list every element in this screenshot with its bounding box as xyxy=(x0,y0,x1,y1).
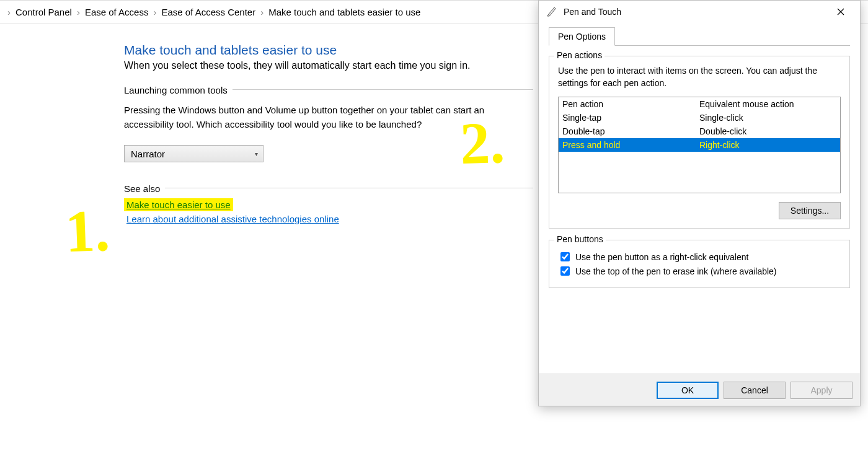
breadcrumb-item[interactable]: Control Panel xyxy=(16,7,72,17)
pen-icon xyxy=(546,6,557,19)
main-content: Make touch and tablets easier to use Whe… xyxy=(0,24,533,224)
column-header: Pen action xyxy=(562,99,699,109)
list-item-selected[interactable]: Press and hold Right-click xyxy=(559,138,840,152)
checkbox-input[interactable] xyxy=(560,252,570,261)
dialog-footer: OK Cancel Apply xyxy=(539,374,860,406)
list-header: Pen action Equivalent mouse action xyxy=(559,97,840,111)
link-assistive-technologies[interactable]: Learn about additional assistive technol… xyxy=(124,212,342,226)
breadcrumb-item[interactable]: Make touch and tablets easier to use xyxy=(268,7,420,17)
group-pen-buttons: Pen buttons Use the pen button as a righ… xyxy=(549,240,850,288)
chevron-right-icon: › xyxy=(74,7,82,17)
chevron-right-icon: › xyxy=(151,7,159,17)
pen-actions-list[interactable]: Pen action Equivalent mouse action Singl… xyxy=(558,97,841,193)
breadcrumb-item[interactable]: Ease of Access Center xyxy=(161,7,255,17)
page-subtitle: When you select these tools, they will a… xyxy=(124,60,533,71)
pen-and-touch-dialog: Pen and Touch Pen Options Pen actions Us… xyxy=(538,0,861,406)
group-title: Pen actions xyxy=(554,50,604,60)
accessibility-tool-dropdown[interactable]: Narrator ▾ xyxy=(124,145,264,162)
list-item[interactable]: Double-tap Double-click xyxy=(559,125,840,138)
section-heading: See also xyxy=(124,183,165,194)
tab-pen-options[interactable]: Pen Options xyxy=(549,27,615,46)
link-make-touch-easier[interactable]: Make touch easier to use xyxy=(124,198,233,211)
page-title: Make touch and tablets easier to use xyxy=(124,43,533,58)
tab-strip: Pen Options xyxy=(549,27,850,46)
close-button[interactable] xyxy=(828,2,854,21)
dialog-title: Pen and Touch xyxy=(564,7,621,17)
breadcrumb-item[interactable]: Ease of Access xyxy=(85,7,149,17)
section-heading: Launching common tools xyxy=(124,85,232,95)
dialog-titlebar: Pen and Touch xyxy=(539,1,860,23)
column-header: Equivalent mouse action xyxy=(699,99,836,109)
section-description: Pressing the Windows button and Volume u… xyxy=(124,103,533,131)
chevron-down-icon: ▾ xyxy=(255,151,258,157)
checkbox-erase-ink[interactable]: Use the top of the pen to erase ink (whe… xyxy=(558,265,841,278)
group-pen-actions: Pen actions Use the pen to interact with… xyxy=(549,56,850,229)
list-item[interactable]: Single-tap Single-click xyxy=(559,111,840,125)
chevron-right-icon: › xyxy=(5,7,13,17)
checkbox-right-click-equivalent[interactable]: Use the pen button as a right-click equi… xyxy=(558,250,841,263)
section-see-also: See also Make touch easier to use Learn … xyxy=(124,183,533,224)
group-title: Pen buttons xyxy=(554,234,606,244)
ok-button[interactable]: OK xyxy=(657,382,719,399)
section-launching-tools: Launching common tools Pressing the Wind… xyxy=(124,85,533,162)
apply-button[interactable]: Apply xyxy=(790,382,852,399)
group-description: Use the pen to interact with items on th… xyxy=(558,65,841,89)
close-icon xyxy=(837,8,844,15)
cancel-button[interactable]: Cancel xyxy=(724,382,786,399)
checkbox-input[interactable] xyxy=(560,266,570,276)
settings-button[interactable]: Settings... xyxy=(779,202,841,219)
dropdown-value: Narrator xyxy=(131,149,165,159)
divider xyxy=(124,188,533,188)
chevron-right-icon: › xyxy=(258,7,266,17)
